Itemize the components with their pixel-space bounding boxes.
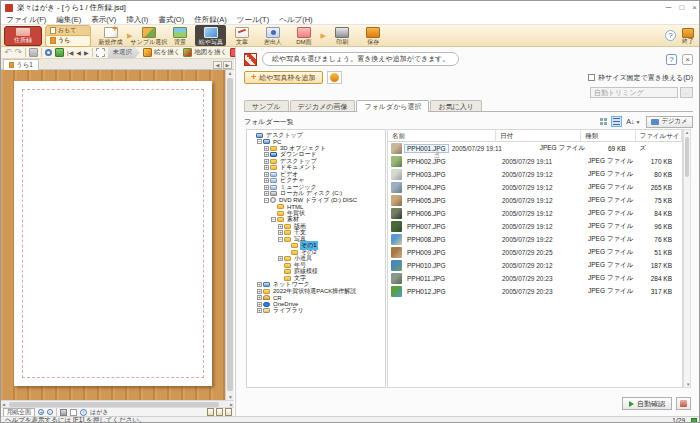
close-button[interactable]: × [692, 1, 697, 14]
minimize-button[interactable]: ─ [666, 1, 672, 14]
file-row-PPH009.JPG[interactable]: PPH009.JPG2005/07/29 20:25JPEG ファイル51 KB [388, 246, 682, 259]
list-view-icon[interactable] [611, 116, 622, 127]
help-button[interactable]: ? [665, 30, 676, 41]
panel-help-button[interactable]: ? [666, 54, 677, 65]
tree-expand-toggle[interactable]: + [264, 152, 269, 157]
file-row-PPH012.JPG[interactable]: PPH012.JPG2005/07/29 20:23JPEG ファイル317 K… [388, 285, 682, 298]
menu-item-0[interactable]: ファイル(F) [1, 14, 51, 25]
tree-expand-toggle[interactable]: + [264, 172, 269, 177]
tool-button-new[interactable]: 新規作成 [95, 25, 126, 46]
tree-expand-toggle[interactable]: + [264, 146, 269, 151]
canvas-horizontal-scrollbar[interactable]: ◀▶ [1, 400, 234, 407]
undo-icon[interactable]: ↶ [4, 48, 12, 57]
column-header-3[interactable]: ファイルサイズ [636, 130, 682, 142]
file-row-PPH007.JPG[interactable]: PPH007.JPG2005/07/29 19:12JPEG ファイル96 KB [388, 220, 682, 233]
source-tab-3[interactable]: お気に入り [430, 100, 482, 111]
sort-button[interactable]: A↓ ▼ [626, 118, 640, 125]
tree-expand-toggle[interactable]: − [278, 237, 283, 242]
tab-scroll-right[interactable]: ▶ [223, 61, 232, 69]
postcard[interactable] [14, 81, 212, 386]
auto-confirm-button[interactable]: 自動確認 [622, 397, 672, 410]
page-duplicate-icon[interactable] [216, 408, 223, 416]
file-row-PPH011.JPG[interactable]: PPH011.JPG2005/07/29 20:23JPEG ファイル284 K… [388, 272, 682, 285]
maximize-button[interactable]: □ [679, 1, 684, 14]
tool-button-text[interactable]: 文章 [226, 25, 257, 46]
column-header-1[interactable]: 日付 [496, 130, 581, 142]
tree-expand-toggle[interactable]: + [264, 159, 269, 164]
file-row-PPH005.JPG[interactable]: PPH005.JPG2005/07/29 19:12JPEG ファイル75 KB [388, 194, 682, 207]
tool-button-print[interactable]: 印刷 [327, 25, 358, 46]
address-data-icon[interactable] [55, 48, 64, 57]
file-list-scrollbar[interactable]: ▲▼ [683, 129, 691, 388]
menu-item-5[interactable]: 住所録(A) [189, 14, 232, 25]
tree-expand-toggle[interactable]: + [257, 282, 262, 287]
source-tab-0[interactable]: サンプル [244, 100, 289, 111]
source-tab-2[interactable]: フォルダから選択 [356, 100, 429, 112]
canvas-vertical-scrollbar[interactable]: ▲▼ [225, 70, 234, 400]
tree-expand-toggle[interactable]: − [257, 139, 262, 144]
tree-expand-toggle[interactable]: + [278, 224, 283, 229]
tool-button-save[interactable]: 保存 [358, 25, 389, 46]
next-record-button[interactable]: ▶ [84, 49, 89, 56]
draw-picture-button[interactable]: 絵を描く [143, 48, 180, 57]
file-row-PPH006.JPG[interactable]: PPH006.JPG2005/07/29 19:12JPEG ファイル84 KB [388, 207, 682, 220]
first-record-button[interactable]: |◀ [67, 49, 73, 56]
page-add-icon[interactable] [207, 408, 214, 416]
zoom-out-icon[interactable] [47, 409, 53, 415]
exit-button[interactable]: 終了 [682, 28, 694, 44]
column-header-0[interactable]: 名前 [388, 130, 496, 142]
page-delete-icon[interactable] [225, 408, 232, 416]
delete-icon[interactable] [29, 48, 38, 57]
tree-expand-toggle[interactable]: + [278, 230, 283, 235]
file-row-PPH008.JPG[interactable]: PPH008.JPG2005/07/29 19:22JPEG ファイル76 KB [388, 233, 682, 246]
file-list-header[interactable]: 名前日付種類ファイルサイズ [388, 130, 682, 142]
tool-button-photo[interactable]: 絵や写真 [195, 25, 226, 46]
design-tab-ura1[interactable]: うら1 [3, 59, 39, 70]
redo-icon[interactable]: ↷ [15, 48, 23, 57]
menu-item-4[interactable]: 書式(O) [153, 14, 189, 25]
tree-expand-toggle[interactable]: + [264, 191, 269, 196]
panel-close-button[interactable]: × [682, 54, 693, 65]
tree-expand-toggle[interactable]: − [264, 198, 269, 203]
auto-trim-field[interactable]: 自動トリミング [590, 87, 678, 98]
tab-back-side[interactable]: うら [45, 35, 91, 47]
tree-expand-toggle[interactable]: + [257, 289, 262, 294]
address-book-button[interactable]: 住所録 [4, 26, 42, 46]
tool-button-sample[interactable]: サンプル選択 [133, 25, 164, 46]
grid-view-icon[interactable] [598, 116, 609, 127]
print-preview-icon[interactable] [60, 409, 67, 416]
tree-item-27[interactable]: +ライブラリ [247, 308, 385, 315]
tree-expand-toggle[interactable]: + [264, 185, 269, 190]
column-header-2[interactable]: 種類 [581, 130, 635, 142]
tree-expand-toggle[interactable]: − [271, 217, 276, 222]
menu-item-1[interactable]: 編集(E) [51, 14, 86, 25]
tree-expand-toggle[interactable]: + [257, 302, 262, 307]
tree-expand-toggle[interactable]: + [264, 165, 269, 170]
zoom-in-icon[interactable] [38, 409, 44, 415]
search-icon[interactable] [45, 49, 52, 56]
menu-item-6[interactable]: ツール(T) [232, 14, 274, 25]
tree-expand-toggle[interactable]: + [278, 256, 283, 261]
fixed-frame-checkbox[interactable]: 枠サイズ固定で置き換える(D) [588, 73, 693, 83]
file-row-PPH002.JPG[interactable]: PPH002.JPG2005/07/29 19:11JPEG ファイル170 K… [388, 155, 682, 168]
design-canvas[interactable] [1, 70, 225, 400]
mascot-helper-button[interactable] [327, 71, 342, 84]
copy-page-icon[interactable] [70, 409, 77, 416]
camera-import-button[interactable]: デジカメ [646, 116, 693, 128]
file-row-PPH010.JPG[interactable]: PPH010.JPG2005/07/29 20:12JPEG ファイル187 K… [388, 259, 682, 272]
panel-tool-button[interactable] [676, 397, 691, 410]
menu-item-7[interactable]: ヘルプ(H) [274, 14, 317, 25]
tab-front-side[interactable]: おもて [45, 25, 91, 35]
tree-expand-toggle[interactable]: + [257, 295, 262, 300]
file-row-PPH003.JPG[interactable]: PPH003.JPG2005/07/29 19:12JPEG ファイル80 KB [388, 168, 682, 181]
file-row-PPH001.JPG[interactable]: PPH001.JPG2005/07/29 19:11JPEG ファイル69 KB… [388, 142, 682, 155]
file-row-PPH004.JPG[interactable]: PPH004.JPG2005/07/29 19:12JPEG ファイル265 K… [388, 181, 682, 194]
tool-button-bg[interactable]: 背景 [164, 25, 195, 46]
tab-scroll-left[interactable]: ◀ [213, 61, 222, 69]
selection-frame-icon[interactable] [96, 48, 105, 57]
draw-map-button[interactable]: 地図を描く [183, 48, 227, 57]
auto-trim-options-button[interactable]: … [680, 87, 693, 98]
tree-expand-toggle[interactable]: + [264, 178, 269, 183]
menu-item-3[interactable]: 挿入(I) [121, 14, 153, 25]
tool-button-sender[interactable]: 差出人 [257, 25, 288, 46]
